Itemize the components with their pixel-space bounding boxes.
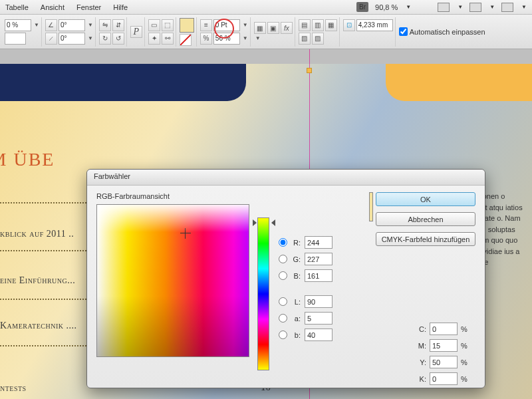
label-b: B:: [291, 272, 301, 280]
label-c: C:: [417, 325, 426, 333]
chevron-down-icon[interactable]: ▼: [255, 35, 261, 41]
label-r: R:: [291, 239, 301, 247]
label-m: M:: [417, 342, 426, 350]
flip-v-icon[interactable]: ⇵: [112, 19, 124, 31]
section-label: RGB-Farbraumansicht: [96, 192, 269, 200]
input-b[interactable]: [305, 269, 332, 282]
chevron-down-icon[interactable]: ▼: [243, 22, 248, 28]
menu-fenster[interactable]: Fenster: [76, 3, 101, 11]
cancel-button[interactable]: Abbrechen: [376, 212, 475, 226]
page-heading: N IM ÜBE: [0, 149, 55, 170]
shear-input[interactable]: [59, 33, 85, 45]
label-a: a:: [291, 315, 301, 323]
text-wrap-5-icon[interactable]: ▨: [312, 33, 324, 45]
scale-icon: %: [200, 33, 212, 45]
toc-item: ntests: [0, 383, 27, 394]
stroke-none-icon[interactable]: [180, 34, 192, 46]
text-wrap-1-icon[interactable]: ▤: [299, 19, 311, 31]
chevron-down-icon[interactable]: ▼: [243, 35, 248, 41]
selection-handle[interactable]: [307, 68, 312, 73]
blue-banner: [0, 64, 246, 101]
menu-tabelle[interactable]: Tabelle: [5, 3, 29, 11]
label-k: K:: [417, 375, 426, 383]
radio-g[interactable]: [279, 255, 287, 263]
pct-label: %: [461, 342, 469, 350]
pct-label: %: [461, 375, 469, 383]
menu-ansicht[interactable]: Ansicht: [41, 3, 65, 11]
input-m[interactable]: [430, 339, 458, 352]
zoom-level[interactable]: 90,8 %: [375, 3, 398, 11]
select-container-icon[interactable]: ⬚: [162, 19, 174, 31]
label-l: L:: [291, 298, 301, 306]
opacity-input[interactable]: [5, 19, 31, 31]
flip-input[interactable]: [5, 33, 26, 45]
arrange-icon[interactable]: [501, 3, 513, 12]
autofit-checkbox[interactable]: [399, 27, 408, 36]
input-c[interactable]: [430, 323, 458, 335]
radio-lab-b[interactable]: [279, 331, 287, 339]
input-g[interactable]: [305, 253, 332, 265]
bridge-badge[interactable]: Br: [356, 2, 368, 12]
toc-item: eine Einführung...: [0, 275, 75, 286]
label-g: G:: [291, 255, 301, 263]
color-preview-swatch: [369, 192, 373, 221]
stroke-weight-input[interactable]: [213, 19, 240, 31]
rotate-ccw-icon[interactable]: ↺: [112, 33, 124, 45]
scale-input[interactable]: [213, 33, 240, 45]
view-mode-icon[interactable]: [438, 3, 450, 12]
color-picker-dialog: Farbwähler RGB-Farbraumansicht R: G: B: …: [86, 169, 485, 388]
pct-label: %: [461, 325, 469, 333]
yellow-banner: [386, 64, 532, 101]
fx-icon[interactable]: fx: [281, 22, 293, 34]
input-l[interactable]: [305, 295, 332, 308]
flip-h-icon[interactable]: ⇋: [99, 19, 111, 31]
input-a[interactable]: [305, 312, 332, 325]
toc-item: Kameratechnik ....: [0, 321, 77, 331]
chevron-down-icon[interactable]: ▼: [88, 22, 93, 28]
pct-label: %: [461, 358, 469, 366]
text-wrap-2-icon[interactable]: ▥: [312, 19, 324, 31]
label-lab-b: b:: [291, 331, 301, 339]
radio-a[interactable]: [279, 314, 287, 323]
stroke-weight-icon: ≡: [200, 19, 212, 31]
toc-item: kblick auf 2011 ..: [0, 229, 74, 239]
chevron-down-icon[interactable]: ▼: [34, 22, 39, 28]
ok-button[interactable]: OK: [376, 192, 475, 206]
dialog-title[interactable]: Farbwähler: [87, 170, 485, 186]
text-wrap-3-icon[interactable]: ▦: [325, 19, 337, 31]
chevron-down-icon[interactable]: ▼: [489, 4, 495, 10]
wrap-icon[interactable]: ▣: [267, 22, 279, 34]
color-field[interactable]: [96, 204, 249, 357]
radio-b[interactable]: [279, 271, 287, 280]
paragraph-icon[interactable]: P: [130, 26, 142, 38]
label-y: Y:: [417, 358, 426, 366]
input-k[interactable]: [430, 372, 458, 385]
crop-icon[interactable]: ⊡: [343, 19, 355, 31]
menu-hilfe[interactable]: Hilfe: [113, 3, 128, 11]
radio-r[interactable]: [279, 238, 287, 247]
chevron-down-icon[interactable]: ▼: [88, 35, 93, 41]
input-r[interactable]: [305, 236, 332, 249]
transform-icon[interactable]: ✦: [148, 33, 160, 45]
hue-slider[interactable]: [257, 217, 269, 370]
chevron-down-icon[interactable]: ▼: [458, 4, 463, 10]
chevron-down-icon[interactable]: ▼: [406, 4, 411, 10]
select-content-icon[interactable]: ▭: [148, 19, 160, 31]
add-cmyk-button[interactable]: CMYK-Farbfeld hinzufügen: [376, 232, 475, 246]
screen-mode-icon[interactable]: [469, 3, 481, 12]
fill-swatch[interactable]: [180, 18, 194, 33]
radio-l[interactable]: [279, 297, 287, 306]
autofit-label: Automatisch einpassen: [410, 28, 485, 36]
effects-icon[interactable]: ▦: [254, 22, 266, 34]
link-icon[interactable]: ⚯: [162, 33, 174, 45]
rotate-cw-icon[interactable]: ↻: [99, 33, 111, 45]
crosshair-icon: [180, 228, 191, 239]
document-canvas[interactable]: N IM ÜBE kblick auf 2011 .. eine Einführ…: [0, 49, 532, 399]
chevron-down-icon[interactable]: ▼: [521, 4, 527, 10]
hue-pointer-icon[interactable]: [254, 219, 274, 226]
measurement-input[interactable]: [356, 19, 393, 31]
rotation-input[interactable]: [59, 19, 85, 31]
input-lab-b[interactable]: [305, 329, 332, 341]
text-wrap-4-icon[interactable]: ▧: [299, 33, 311, 45]
input-y[interactable]: [430, 356, 458, 368]
